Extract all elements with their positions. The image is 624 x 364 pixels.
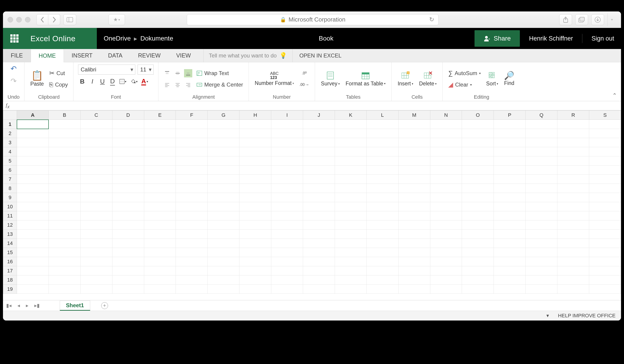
cell[interactable]: [80, 248, 112, 257]
row-header[interactable]: 1: [3, 120, 17, 129]
cell[interactable]: [239, 285, 271, 294]
cell[interactable]: [49, 193, 80, 202]
column-header[interactable]: O: [462, 111, 494, 120]
cell[interactable]: [17, 257, 49, 266]
cell[interactable]: [525, 211, 557, 220]
cell[interactable]: [398, 248, 430, 257]
cell[interactable]: [17, 120, 49, 129]
cell[interactable]: [208, 184, 239, 193]
italic-button[interactable]: I: [88, 77, 96, 86]
cell[interactable]: [589, 220, 621, 230]
cell[interactable]: [271, 175, 303, 184]
share-button[interactable]: + Share: [474, 30, 520, 47]
cell[interactable]: [398, 129, 430, 138]
cell[interactable]: [398, 184, 430, 193]
cell[interactable]: [239, 193, 271, 202]
cell[interactable]: [589, 202, 621, 211]
cell[interactable]: [239, 202, 271, 211]
cell[interactable]: [589, 147, 621, 156]
cell[interactable]: [557, 211, 589, 220]
cell[interactable]: [525, 285, 557, 294]
row-header[interactable]: 11: [3, 211, 17, 220]
cell[interactable]: [49, 266, 80, 275]
cell[interactable]: [335, 156, 366, 165]
cell[interactable]: [303, 239, 335, 248]
cell[interactable]: [335, 220, 366, 230]
cell[interactable]: [112, 165, 144, 175]
cell[interactable]: [80, 184, 112, 193]
address-bar[interactable]: 🔒 Microsoft Corporation ↻: [187, 14, 439, 25]
cell[interactable]: [17, 175, 49, 184]
cell[interactable]: [494, 175, 525, 184]
cell[interactable]: [525, 257, 557, 266]
tabs-overview-button[interactable]: [575, 14, 588, 25]
cell[interactable]: [494, 211, 525, 220]
spreadsheet-grid[interactable]: ABCDEFGHIJKLMNOPQRS123456789101112131415…: [3, 110, 621, 300]
cell[interactable]: [525, 129, 557, 138]
cell[interactable]: [49, 175, 80, 184]
cell[interactable]: [49, 230, 80, 239]
cell[interactable]: [303, 266, 335, 275]
cell[interactable]: [176, 266, 208, 275]
cell[interactable]: [208, 239, 239, 248]
cell[interactable]: [335, 211, 366, 220]
cell[interactable]: [462, 156, 494, 165]
row-header[interactable]: 10: [3, 202, 17, 211]
cell[interactable]: [17, 230, 49, 239]
cell[interactable]: [303, 275, 335, 285]
cell[interactable]: [589, 285, 621, 294]
cell[interactable]: [112, 248, 144, 257]
column-header[interactable]: S: [589, 111, 621, 120]
cell[interactable]: [144, 156, 176, 165]
cell[interactable]: [144, 129, 176, 138]
cell[interactable]: [112, 156, 144, 165]
cell[interactable]: [49, 129, 80, 138]
cell[interactable]: [112, 202, 144, 211]
row-header[interactable]: 18: [3, 275, 17, 285]
column-header[interactable]: R: [557, 111, 589, 120]
cell[interactable]: [208, 156, 239, 165]
cell[interactable]: [176, 175, 208, 184]
cell[interactable]: [176, 211, 208, 220]
help-improve-link[interactable]: HELP IMPROVE OFFICE: [558, 313, 616, 319]
document-title[interactable]: Book: [180, 28, 472, 49]
cell[interactable]: [430, 285, 462, 294]
tab-file[interactable]: FILE: [3, 49, 31, 62]
cell[interactable]: [208, 266, 239, 275]
cell[interactable]: [17, 147, 49, 156]
cell[interactable]: [494, 266, 525, 275]
tab-home[interactable]: HOME: [31, 49, 64, 62]
cell[interactable]: [557, 202, 589, 211]
cell[interactable]: [303, 220, 335, 230]
cell[interactable]: [462, 211, 494, 220]
cell[interactable]: [80, 193, 112, 202]
cell[interactable]: [335, 266, 366, 275]
cell[interactable]: [366, 138, 398, 147]
cell[interactable]: [239, 211, 271, 220]
cell[interactable]: [462, 202, 494, 211]
borders-button[interactable]: ▾: [118, 77, 127, 86]
cell[interactable]: [525, 202, 557, 211]
sidebar-toggle-icon[interactable]: [63, 14, 76, 25]
cell[interactable]: [176, 120, 208, 129]
cell[interactable]: [335, 120, 366, 129]
cell[interactable]: [366, 175, 398, 184]
align-middle-button[interactable]: [174, 69, 182, 77]
cell[interactable]: [335, 248, 366, 257]
cell[interactable]: [271, 220, 303, 230]
cell[interactable]: [335, 165, 366, 175]
cell[interactable]: [335, 275, 366, 285]
cell[interactable]: [176, 147, 208, 156]
cell[interactable]: [589, 165, 621, 175]
cell[interactable]: [49, 211, 80, 220]
cell[interactable]: [17, 285, 49, 294]
cell[interactable]: [208, 220, 239, 230]
add-sheet-button[interactable]: +: [101, 302, 108, 309]
cell[interactable]: [398, 257, 430, 266]
cell[interactable]: [398, 220, 430, 230]
cell[interactable]: [557, 220, 589, 230]
status-menu-caret[interactable]: ▾: [546, 313, 549, 319]
tab-insert[interactable]: INSERT: [64, 49, 100, 62]
cell[interactable]: [239, 266, 271, 275]
column-header[interactable]: L: [366, 111, 398, 120]
